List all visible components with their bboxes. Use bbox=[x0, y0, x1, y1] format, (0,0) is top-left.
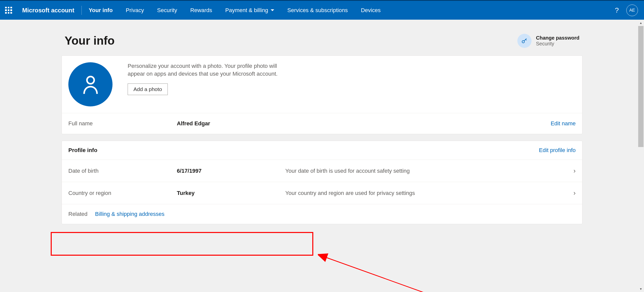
profile-info-title: Profile info bbox=[68, 147, 97, 154]
page-title: Your info bbox=[65, 34, 115, 47]
country-value: Turkey bbox=[177, 190, 285, 196]
full-name-value: Alfred Edgar bbox=[177, 120, 285, 127]
nav-rewards[interactable]: Rewards bbox=[190, 7, 212, 14]
full-name-row: Full name Alfred Edgar Edit name bbox=[62, 113, 582, 134]
svg-line-3 bbox=[325, 257, 424, 292]
topbar-right: ? AE bbox=[615, 5, 638, 16]
annotation-highlight-box bbox=[51, 232, 313, 256]
key-icon bbox=[517, 34, 531, 48]
page-header: Your info Change password Security bbox=[62, 34, 582, 48]
photo-description-text: Personalize your account with a photo. Y… bbox=[128, 62, 279, 78]
brand-link[interactable]: Microsoft account bbox=[22, 7, 74, 14]
svg-point-0 bbox=[522, 41, 524, 43]
dob-desc: Your date of birth is used for account s… bbox=[285, 168, 568, 174]
profile-photo-card: Personalize your account with a photo. Y… bbox=[62, 55, 582, 134]
related-row: Related Billing & shipping addresses bbox=[62, 204, 582, 224]
page-content: Your info Change password Security bbox=[62, 20, 582, 224]
profile-info-header: Profile info Edit profile info bbox=[62, 141, 582, 160]
app-launcher-icon[interactable] bbox=[5, 7, 12, 14]
nav-devices[interactable]: Devices bbox=[361, 7, 381, 14]
nav-payment-billing-label: Payment & billing bbox=[225, 7, 268, 14]
annotation-arrow bbox=[318, 252, 429, 292]
svg-point-1 bbox=[87, 76, 94, 84]
nav-your-info[interactable]: Your info bbox=[89, 7, 113, 14]
nav-privacy[interactable]: Privacy bbox=[126, 7, 144, 14]
chevron-down-icon bbox=[271, 9, 274, 11]
related-label: Related bbox=[68, 211, 88, 217]
vertical-scrollbar[interactable]: ▲ ▼ bbox=[638, 20, 644, 292]
profile-avatar-placeholder bbox=[68, 62, 113, 106]
scroll-down-button[interactable]: ▼ bbox=[638, 286, 644, 292]
chevron-right-icon: › bbox=[573, 167, 576, 175]
dob-row[interactable]: Date of birth 6/17/1997 Your date of bir… bbox=[62, 160, 582, 182]
nav-security[interactable]: Security bbox=[157, 7, 177, 14]
country-desc: Your country and region are used for pri… bbox=[285, 190, 568, 196]
country-row[interactable]: Country or region Turkey Your country an… bbox=[62, 182, 582, 204]
help-icon[interactable]: ? bbox=[615, 6, 619, 14]
photo-section: Personalize your account with a photo. Y… bbox=[62, 56, 582, 113]
top-nav-bar: Microsoft account Your info Privacy Secu… bbox=[0, 0, 644, 20]
billing-addresses-link[interactable]: Billing & shipping addresses bbox=[95, 211, 164, 217]
nav-payment-billing[interactable]: Payment & billing bbox=[225, 7, 274, 14]
country-label: Country or region bbox=[68, 190, 177, 196]
account-avatar[interactable]: AE bbox=[626, 5, 638, 16]
chevron-right-icon: › bbox=[573, 189, 576, 197]
dob-label: Date of birth bbox=[68, 168, 177, 174]
edit-profile-info-link[interactable]: Edit profile info bbox=[539, 147, 576, 154]
photo-description-block: Personalize your account with a photo. Y… bbox=[128, 62, 279, 95]
dob-value: 6/17/1997 bbox=[177, 168, 285, 174]
nav-services-subscriptions[interactable]: Services & subscriptions bbox=[287, 7, 348, 14]
edit-name-link[interactable]: Edit name bbox=[551, 120, 576, 127]
add-photo-button[interactable]: Add a photo bbox=[128, 83, 168, 95]
profile-info-card: Profile info Edit profile info Date of b… bbox=[62, 141, 582, 224]
scroll-thumb[interactable] bbox=[638, 26, 643, 147]
full-name-label: Full name bbox=[68, 120, 177, 127]
change-password-title: Change password bbox=[536, 35, 579, 41]
change-password-subtitle: Security bbox=[536, 41, 579, 47]
change-password-link[interactable]: Change password Security bbox=[517, 34, 579, 48]
scroll-up-button[interactable]: ▲ bbox=[638, 20, 644, 26]
divider bbox=[81, 6, 82, 15]
primary-nav: Your info Privacy Security Rewards Payme… bbox=[89, 7, 381, 14]
change-password-text: Change password Security bbox=[536, 35, 579, 47]
